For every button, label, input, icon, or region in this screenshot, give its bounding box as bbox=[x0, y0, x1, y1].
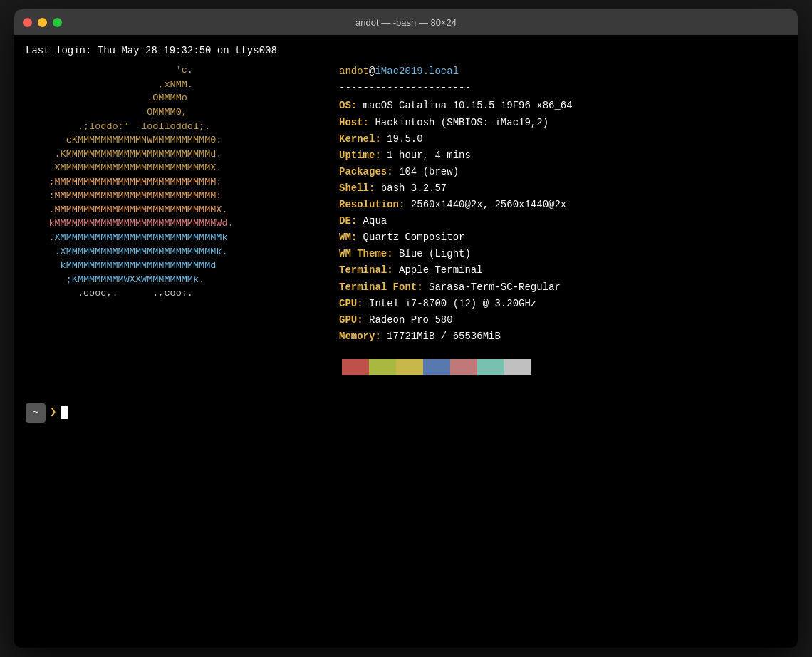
info-uptime: Uptime: 1 hour, 4 mins bbox=[339, 148, 786, 164]
login-line: Last login: Thu May 28 19:32:50 on ttys0… bbox=[26, 43, 786, 58]
swatch-6 bbox=[477, 359, 504, 375]
info-kernel: Kernel: 19.5.0 bbox=[339, 131, 786, 148]
swatch-2 bbox=[369, 359, 396, 375]
info-panel: andot@iMac2019.local -------------------… bbox=[339, 63, 786, 375]
swatch-5 bbox=[450, 359, 477, 375]
info-separator: ---------------------- bbox=[339, 80, 786, 96]
info-wm-theme: WM Theme: Blue (Light) bbox=[339, 246, 786, 262]
info-gpu: GPU: Radeon Pro 580 bbox=[339, 312, 786, 328]
color-bar bbox=[342, 359, 786, 375]
user-host-line: andot@iMac2019.local bbox=[339, 63, 786, 80]
info-packages: Packages: 104 (brew) bbox=[339, 164, 786, 180]
swatch-7 bbox=[504, 359, 531, 375]
hostname: iMac2019.local bbox=[375, 63, 459, 80]
info-host: Host: Hackintosh (SMBIOS: iMac19,2) bbox=[339, 115, 786, 131]
prompt-badge: ~ bbox=[26, 403, 46, 423]
minimize-button[interactable] bbox=[38, 18, 47, 27]
info-terminal-font: Terminal Font: Sarasa-Term-SC-Regular bbox=[339, 279, 786, 296]
info-de: DE: Aqua bbox=[339, 213, 786, 229]
username: andot bbox=[339, 63, 369, 80]
maximize-button[interactable] bbox=[53, 18, 62, 27]
traffic-lights bbox=[23, 18, 62, 27]
info-resolution: Resolution: 2560x1440@2x, 2560x1440@2x bbox=[339, 197, 786, 213]
terminal-window: andot — -bash — 80×24 Last login: Thu Ma… bbox=[14, 9, 798, 648]
close-button[interactable] bbox=[23, 18, 32, 27]
prompt-arrow: ❯ bbox=[50, 405, 57, 421]
title-bar: andot — -bash — 80×24 bbox=[14, 9, 798, 35]
window-title: andot — -bash — 80×24 bbox=[355, 17, 457, 28]
info-wm: WM: Quartz Compositor bbox=[339, 229, 786, 246]
info-memory: Memory: 17721MiB / 65536MiB bbox=[339, 328, 786, 345]
info-shell: Shell: bash 3.2.57 bbox=[339, 180, 786, 197]
info-os: OS: macOS Catalina 10.15.5 19F96 x86_64 bbox=[339, 98, 786, 114]
prompt-area: ~ ❯ bbox=[26, 403, 786, 423]
prompt-cursor bbox=[61, 406, 68, 419]
content-area: 'c. ,xNMM. .OMMMMo OMMMM0, .;loddo:' loo… bbox=[26, 63, 786, 375]
info-cpu: CPU: Intel i7-8700 (12) @ 3.20GHz bbox=[339, 296, 786, 312]
terminal-body[interactable]: Last login: Thu May 28 19:32:50 on ttys0… bbox=[14, 35, 798, 648]
swatch-4 bbox=[423, 359, 450, 375]
swatch-1 bbox=[342, 359, 369, 375]
info-terminal: Terminal: Apple_Terminal bbox=[339, 262, 786, 279]
swatch-3 bbox=[396, 359, 423, 375]
login-text: Last login: Thu May 28 19:32:50 on ttys0… bbox=[26, 45, 277, 56]
ascii-art: 'c. ,xNMM. .OMMMMo OMMMM0, .;loddo:' loo… bbox=[26, 63, 325, 375]
